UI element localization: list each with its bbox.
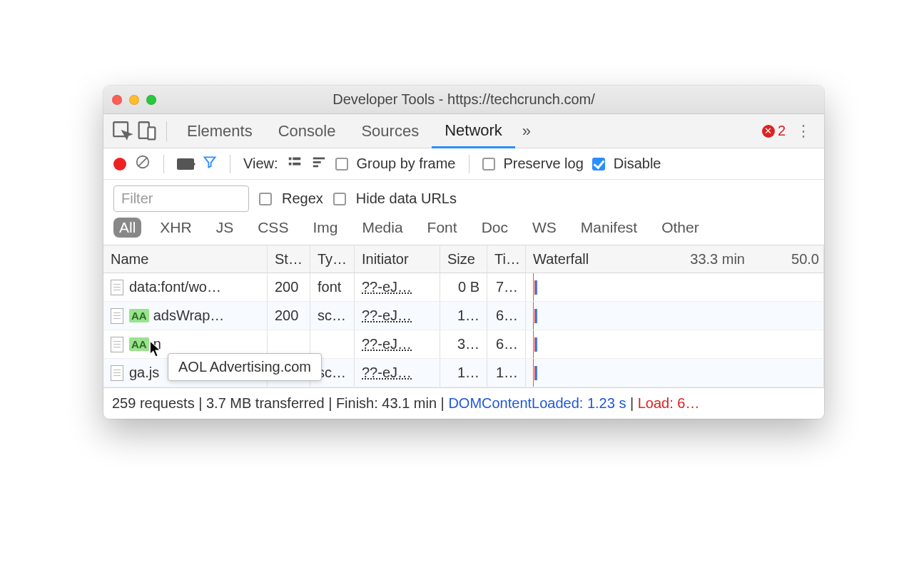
window-controls [112, 95, 156, 105]
col-time[interactable]: Ti… [487, 245, 526, 273]
fullscreen-window-button[interactable] [146, 95, 156, 105]
disable-cache-checkbox[interactable] [592, 158, 605, 171]
hide-data-urls-label: Hide data URLs [356, 190, 457, 207]
type-filter-row: All XHR JS CSS Img Media Font Doc WS Man… [103, 215, 824, 245]
device-toolbar-icon[interactable] [135, 119, 159, 143]
cell-waterfall [526, 330, 824, 358]
filter-css[interactable]: CSS [252, 218, 294, 238]
tab-network[interactable]: Network [432, 115, 515, 148]
error-count-badge[interactable]: ✕ 2 [762, 123, 786, 139]
svg-rect-2 [148, 127, 155, 139]
panel-tabs: Elements Console Sources Network » ✕ 2 ⋮ [103, 114, 824, 148]
screenshot-button[interactable] [177, 158, 194, 170]
record-button[interactable] [113, 158, 126, 171]
tab-console[interactable]: Console [265, 114, 349, 148]
regex-label: Regex [282, 190, 323, 207]
svg-line-4 [138, 158, 148, 167]
tab-elements[interactable]: Elements [174, 114, 265, 148]
filter-manifest[interactable]: Manifest [575, 218, 643, 238]
col-initiator[interactable]: Initiator [355, 245, 440, 273]
cursor-icon [149, 340, 162, 362]
svg-rect-10 [313, 161, 320, 163]
ad-badge: AA [129, 337, 149, 351]
regex-checkbox[interactable] [259, 193, 272, 205]
file-icon [111, 280, 123, 295]
col-type[interactable]: Ty… [310, 245, 355, 273]
file-icon [111, 308, 123, 324]
status-transferred: 3.7 MB transferred [206, 395, 325, 411]
svg-rect-9 [313, 158, 325, 160]
request-name: adsWrap… [153, 307, 225, 324]
cell-type: font [310, 273, 355, 301]
tab-sources[interactable]: Sources [348, 114, 432, 148]
filter-img[interactable]: Img [307, 218, 343, 238]
group-by-frame-label: Group by frame [357, 156, 456, 172]
svg-rect-11 [313, 166, 318, 168]
filter-js[interactable]: JS [210, 218, 240, 238]
hide-data-urls-checkbox[interactable] [333, 193, 346, 205]
cell-waterfall [526, 302, 824, 330]
filter-media[interactable]: Media [356, 218, 408, 238]
table-header: Name St… Ty… Initiator Size Ti… Waterfal… [103, 245, 824, 273]
minimize-window-button[interactable] [129, 95, 139, 105]
ad-badge: AA [129, 309, 149, 322]
col-size[interactable]: Size [440, 245, 487, 273]
table-row[interactable]: data:font/wo… 200 font ??-eJ… 0 B 7… [103, 273, 824, 302]
waterfall-tick-2: 50.0 [791, 251, 819, 268]
filter-input[interactable] [113, 185, 249, 212]
overview-icon[interactable] [311, 154, 327, 173]
file-icon [111, 365, 123, 381]
close-window-button[interactable] [112, 95, 122, 105]
col-status[interactable]: St… [268, 245, 310, 273]
filter-toggle-icon[interactable] [203, 155, 217, 173]
status-finish: Finish: 43.1 min [336, 395, 437, 411]
preserve-log-checkbox[interactable] [482, 158, 495, 171]
svg-rect-8 [293, 163, 300, 166]
network-toolbar: View: Group by frame Preserve log Disabl… [103, 148, 824, 180]
large-rows-icon[interactable] [287, 154, 303, 173]
cell-time: 7… [487, 273, 526, 301]
cell-status: 200 [268, 302, 310, 330]
cell-size: 1… [440, 302, 487, 330]
filter-other[interactable]: Other [656, 218, 705, 238]
cell-initiator[interactable]: ??-eJ… [355, 359, 440, 387]
disable-cache-label: Disable [614, 156, 661, 172]
filter-row: Regex Hide data URLs [103, 180, 824, 215]
col-waterfall[interactable]: Waterfall 33.3 min 50.0 [526, 245, 824, 273]
col-name[interactable]: Name [103, 245, 268, 273]
cell-initiator[interactable]: ??-eJ… [355, 302, 440, 330]
inspect-element-icon[interactable] [111, 119, 135, 143]
svg-rect-5 [288, 158, 291, 161]
filter-xhr[interactable]: XHR [154, 218, 197, 238]
error-icon: ✕ [762, 125, 775, 138]
table-row[interactable]: AAadsWrap… 200 sc… ??-eJ… 1… 6… [103, 302, 824, 330]
cell-time: 6… [487, 330, 526, 358]
clear-button[interactable] [135, 154, 151, 173]
svg-rect-7 [288, 163, 291, 166]
request-name: data:font/wo… [129, 279, 221, 295]
error-count: 2 [778, 123, 786, 139]
cell-time: 1… [487, 359, 526, 387]
cell-size: 1… [440, 359, 487, 387]
status-domloaded: DOMContentLoaded: 1.23 s [448, 395, 626, 411]
cell-time: 6… [487, 302, 526, 330]
col-waterfall-label: Waterfall [533, 251, 589, 268]
status-load: Load: 6… [638, 395, 700, 411]
svg-rect-6 [293, 158, 300, 161]
window-title: Developer Tools - https://techcrunch.com… [103, 91, 824, 108]
cell-size: 0 B [440, 273, 487, 301]
filter-doc[interactable]: Doc [476, 218, 514, 238]
cell-initiator[interactable]: ??-eJ… [355, 330, 440, 358]
group-by-frame-checkbox[interactable] [335, 158, 348, 171]
cell-initiator[interactable]: ??-eJ… [355, 273, 440, 301]
tabs-overflow-icon[interactable]: » [515, 122, 538, 141]
filter-font[interactable]: Font [422, 218, 463, 238]
cell-type: sc… [310, 302, 355, 330]
request-name: ga.js [129, 365, 159, 381]
settings-menu-icon[interactable]: ⋮ [790, 122, 817, 141]
filter-ws[interactable]: WS [527, 218, 562, 238]
cell-waterfall [526, 273, 824, 301]
filter-all[interactable]: All [113, 218, 141, 238]
preserve-log-label: Preserve log [504, 156, 584, 172]
cell-waterfall [526, 359, 824, 387]
